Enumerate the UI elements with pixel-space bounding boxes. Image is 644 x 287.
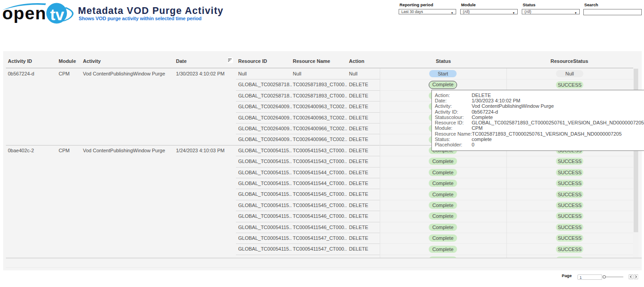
svg-text:tv: tv (50, 6, 65, 23)
svg-text:open: open (2, 4, 46, 23)
